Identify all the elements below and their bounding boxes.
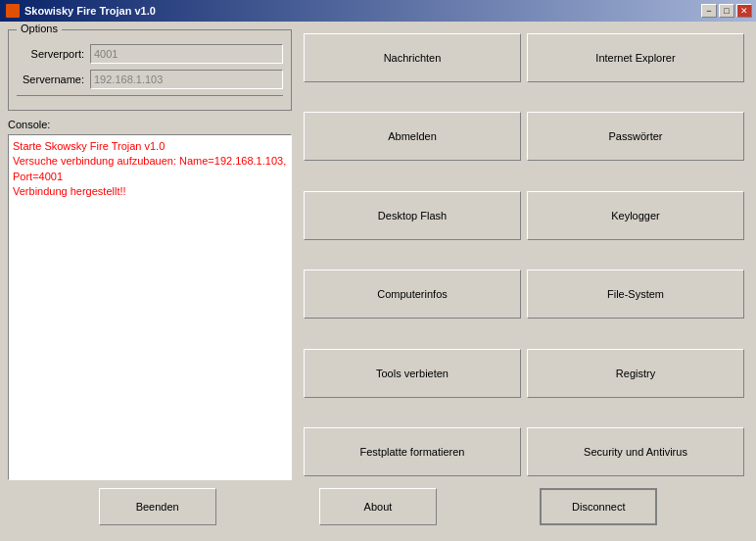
- file-system-button[interactable]: File-System: [527, 270, 744, 319]
- maximize-button[interactable]: □: [719, 4, 734, 18]
- festplatte-formatieren-button[interactable]: Festplatte formatieren: [304, 427, 521, 476]
- tools-verbieten-button[interactable]: Tools verbieten: [304, 349, 521, 398]
- title-bar: Skowisky Fire Trojan v1.0 − □ ✕: [0, 0, 756, 22]
- divider: [17, 95, 283, 96]
- beenden-button[interactable]: Beenden: [99, 488, 216, 525]
- disconnect-button[interactable]: Disconnect: [540, 488, 657, 525]
- options-section: Options Serverport: Servername:: [8, 29, 292, 111]
- registry-button[interactable]: Registry: [527, 349, 744, 398]
- passwörter-button[interactable]: Passwörter: [527, 112, 744, 161]
- content-area: Options Serverport: Servername: Console:…: [8, 29, 748, 480]
- window-title: Skowisky Fire Trojan v1.0: [24, 5, 156, 17]
- abmelden-button[interactable]: Abmelden: [304, 112, 521, 161]
- computerinfos-button[interactable]: Computerinfos: [304, 270, 521, 319]
- about-button[interactable]: About: [319, 488, 437, 525]
- serverport-input[interactable]: [90, 44, 283, 64]
- internet-explorer-button[interactable]: Internet Explorer: [527, 33, 744, 82]
- console-text: Starte Skowsky Fire Trojan v1.0 Versuche…: [13, 139, 287, 200]
- keylogger-button[interactable]: Keylogger: [527, 191, 744, 240]
- servername-label: Servername:: [17, 74, 90, 85]
- console-label: Console:: [8, 119, 292, 130]
- desktop-flash-button[interactable]: Desktop Flash: [304, 191, 521, 240]
- serverport-label: Serverport:: [17, 48, 90, 60]
- console-box: Starte Skowsky Fire Trojan v1.0 Versuche…: [8, 134, 292, 480]
- app-icon: [6, 4, 20, 18]
- servername-row: Servername:: [17, 70, 283, 89]
- options-legend: Options: [17, 23, 62, 34]
- bottom-bar: Beenden About Disconnect: [8, 480, 748, 533]
- left-panel: Options Serverport: Servername: Console:…: [8, 29, 292, 480]
- title-bar-text: Skowisky Fire Trojan v1.0: [6, 4, 156, 18]
- security-antivirus-button[interactable]: Security und Antivirus: [527, 427, 744, 476]
- nachrichten-button[interactable]: Nachrichten: [304, 33, 521, 82]
- servername-input[interactable]: [90, 70, 283, 89]
- minimize-button[interactable]: −: [701, 4, 717, 18]
- right-panel: Nachrichten Internet Explorer Abmelden P…: [300, 29, 748, 480]
- serverport-row: Serverport:: [17, 44, 283, 64]
- main-window: Options Serverport: Servername: Console:…: [0, 22, 756, 541]
- window-controls: − □ ✕: [701, 4, 752, 18]
- close-button[interactable]: ✕: [736, 4, 752, 18]
